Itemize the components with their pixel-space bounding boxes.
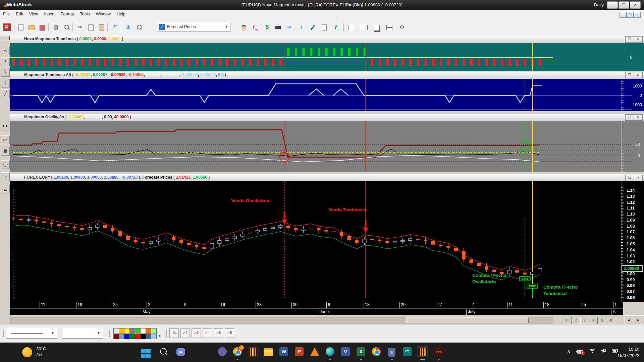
pane-maximize-button[interactable]: ❐ — [625, 36, 634, 43]
taskbar-icon-calculator[interactable]: ▦ — [386, 346, 397, 357]
chart-plot-area-price[interactable]: Venda OscilatóriaVenda TendencialCompra … — [10, 181, 644, 302]
open-chart-button[interactable] — [27, 22, 37, 32]
line-style-combo[interactable]: ▼ — [6, 328, 57, 339]
color-swatch[interactable] — [140, 334, 146, 339]
zoom-button[interactable] — [134, 22, 144, 32]
grid-tool[interactable]: ▦ — [1, 147, 10, 156]
vertical-line-tool[interactable]: │ — [1, 79, 10, 87]
save-chart-button[interactable] — [38, 22, 47, 32]
print-preview-button[interactable] — [62, 22, 71, 32]
scroll-right-button[interactable]: ► — [634, 317, 642, 324]
scrollbar-track[interactable] — [10, 317, 552, 323]
mdi-close-button[interactable]: ✕ — [634, 12, 641, 18]
chart-template-button-1[interactable]: ↗1. — [169, 328, 179, 338]
chart-template-button-3[interactable]: ↗3 — [192, 328, 201, 338]
mdi-minimize-button[interactable]: — — [620, 12, 627, 18]
explore-binoculars-button[interactable] — [273, 22, 283, 32]
tray-volume-icon[interactable] — [601, 348, 607, 353]
scrollbar-thumb[interactable] — [406, 317, 529, 323]
dollar-button[interactable]: $ — [262, 22, 272, 32]
indicator-combo[interactable]: f Forecast Prices ▼ — [158, 23, 230, 32]
minimize-button[interactable]: — — [607, 1, 618, 9]
zoom-in-button[interactable]: ⊕ — [606, 317, 615, 324]
color-swatch[interactable] — [151, 334, 157, 339]
maximize-button[interactable]: ❐ — [619, 1, 629, 9]
taskbar-icon-chrome[interactable] — [371, 346, 382, 357]
tile-horizontal-button[interactable] — [372, 22, 381, 32]
chart-plot-area-tendencia-alt[interactable]: 10000-1000 — [10, 79, 644, 111]
menu-window[interactable]: Window — [93, 10, 114, 18]
taskbar-icon-powerpoint[interactable]: P — [293, 346, 305, 357]
doc-inspect-button[interactable] — [319, 22, 329, 32]
taskbar-icon-app-purple[interactable] — [217, 346, 228, 357]
chart-template-button-4[interactable]: ↗4 — [203, 328, 212, 338]
microscope-button[interactable] — [308, 22, 318, 32]
triangle-tool[interactable]: △ — [1, 185, 10, 193]
tray-chevron-up-icon[interactable]: ∧ — [567, 348, 571, 354]
color-swatch[interactable] — [119, 328, 124, 334]
menu-edit[interactable]: Edit — [13, 10, 26, 18]
undo-button[interactable]: ↶ — [110, 22, 120, 32]
menu-view[interactable]: View — [26, 10, 41, 18]
taskbar-icon-chat[interactable]: ▣ — [175, 346, 186, 357]
pane-close-button[interactable]: ✕ — [634, 72, 643, 78]
pane-maximize-button[interactable]: ❐ — [625, 175, 634, 181]
trendline-tool[interactable]: ╲ — [1, 68, 10, 77]
pane-maximize-button[interactable]: ❐ — [625, 114, 634, 121]
taskbar-icon-vlc[interactable] — [309, 346, 320, 357]
scroll-right-button[interactable]: ▸ — [5, 122, 9, 130]
color-swatch[interactable] — [129, 328, 135, 334]
explorer-detective-button[interactable] — [239, 22, 249, 32]
chart-template-button-6[interactable]: ↗6 — [225, 328, 234, 338]
report-button[interactable]: ▤ — [51, 22, 61, 32]
cut-button[interactable]: ✂ — [75, 22, 85, 32]
crosshair-tool[interactable]: + — [1, 57, 10, 66]
weather-sun-icon[interactable] — [22, 347, 32, 357]
tray-onedrive-error-icon[interactable]: ✕ — [576, 348, 583, 355]
ellipse-tool[interactable]: ◯ — [1, 160, 10, 169]
taskbar-icon-edge[interactable] — [324, 346, 336, 357]
color-swatch[interactable] — [113, 328, 119, 334]
vertical-fit-button[interactable]: ↕ — [580, 317, 589, 324]
tray-wifi-icon[interactable] — [589, 348, 595, 353]
help-pointer-button[interactable]: ? — [331, 22, 340, 32]
copy-button[interactable] — [86, 22, 96, 32]
select-tool[interactable]: ↖ — [1, 47, 10, 55]
pane-maximize-button[interactable]: ❐ — [625, 72, 634, 78]
color-swatch[interactable] — [119, 334, 124, 339]
color-swatch[interactable] — [129, 334, 135, 339]
customize-gear-button[interactable]: ⚙ — [397, 22, 407, 32]
taskbar-icon-word[interactable]: W — [278, 346, 289, 357]
color-swatch[interactable] — [135, 334, 141, 339]
zoom-out-button[interactable]: ⊖ — [598, 317, 606, 324]
color-swatch[interactable] — [124, 328, 130, 334]
paste-button[interactable] — [97, 22, 106, 32]
pane-close-button[interactable]: ✕ — [634, 36, 643, 43]
menu-format[interactable]: Format — [58, 10, 77, 18]
pane-close-button[interactable]: ✕ — [634, 175, 643, 181]
weather-description[interactable]: Sol — [36, 353, 42, 357]
refresh-button[interactable]: ↻ — [563, 317, 572, 324]
color-swatch[interactable] — [140, 328, 146, 334]
downloader-button[interactable]: ⤓ — [297, 22, 306, 32]
ray-line-tool[interactable]: ╱ — [1, 89, 10, 98]
taskbar-icon-chess[interactable]: ♔ — [401, 346, 413, 357]
menu-file[interactable]: File — [0, 10, 13, 18]
tile-grid-button[interactable] — [384, 22, 394, 32]
pan-button[interactable]: + — [589, 317, 598, 324]
line-weight-combo[interactable]: ▼ — [62, 328, 103, 339]
chart-plot-area-oscilacao[interactable]: 500 — [10, 121, 644, 172]
chart-template-button-5[interactable]: ↗5 — [214, 328, 223, 338]
taskbar-icon-metastock-active[interactable] — [417, 346, 428, 357]
periodicity-d-button[interactable]: D — [572, 317, 580, 324]
color-swatch[interactable] — [113, 334, 119, 339]
weather-temperature[interactable]: 30°C — [36, 346, 46, 351]
color-swatch[interactable] — [146, 334, 151, 339]
taskbar-icon-chrome-n[interactable]: N — [232, 346, 243, 357]
close-button[interactable]: ✕ — [630, 1, 641, 9]
color-swatch[interactable] — [124, 334, 130, 339]
color-swatch[interactable] — [135, 328, 141, 334]
taskbar-icon-search[interactable] — [158, 346, 169, 357]
taskbar-icon-start[interactable] — [140, 346, 152, 357]
rectangle-tool[interactable]: ▭ — [1, 172, 10, 181]
